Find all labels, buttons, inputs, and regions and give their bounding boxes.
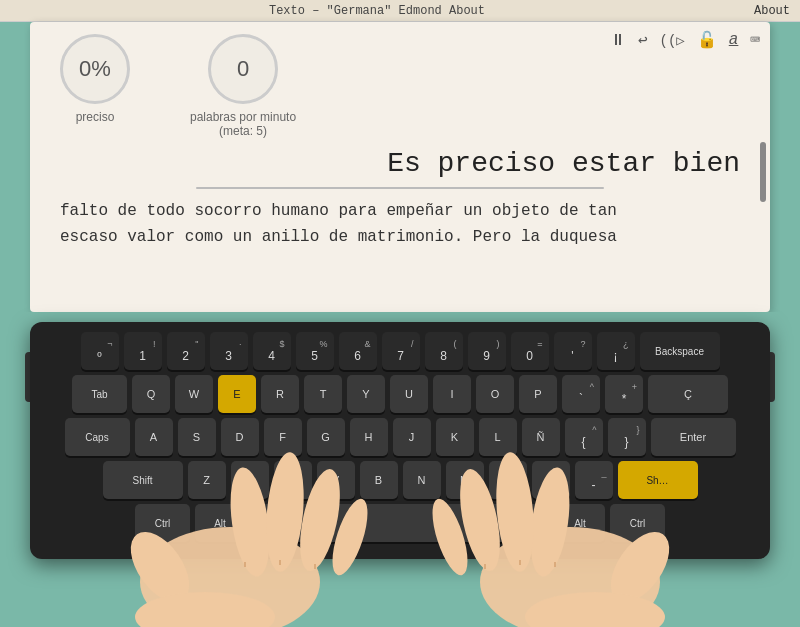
key-i[interactable]: I — [433, 375, 471, 413]
key-backtick[interactable]: ¬º — [81, 332, 119, 370]
wpm-value: 0 — [237, 56, 249, 82]
key-apostrophe[interactable]: ?' — [554, 332, 592, 370]
key-dash[interactable]: _- — [575, 461, 613, 499]
svg-point-16 — [525, 592, 665, 627]
precision-value: 0% — [79, 56, 111, 82]
key-m[interactable]: M — [446, 461, 484, 499]
main-heading: Es preciso estar bien — [60, 148, 740, 179]
scrollbar[interactable] — [760, 142, 766, 202]
about-link[interactable]: About — [754, 4, 790, 18]
keyboard-section: ¬º !1 "2 ·3 $4 %5 &6 /7 (8 )9 =0 ?' ¿¡ B… — [0, 312, 800, 627]
key-9[interactable]: )9 — [468, 332, 506, 370]
key-ctrl-left[interactable]: Ctrl — [135, 504, 190, 542]
key-y[interactable]: Y — [347, 375, 385, 413]
toolbar-icons: ⏸ ↩ ((▷ 🔓 a ⌨ — [610, 30, 760, 50]
key-x[interactable]: X — [231, 461, 269, 499]
precision-circle: 0% — [60, 34, 130, 104]
key-n[interactable]: N — [403, 461, 441, 499]
key-v[interactable]: V — [317, 461, 355, 499]
key-acute[interactable]: ^{ — [565, 418, 603, 456]
key-g[interactable]: G — [307, 418, 345, 456]
number-row: ¬º !1 "2 ·3 $4 %5 &6 /7 (8 )9 =0 ?' ¿¡ B… — [40, 332, 760, 370]
wpm-circle: 0 — [208, 34, 278, 104]
key-7[interactable]: /7 — [382, 332, 420, 370]
key-u[interactable]: U — [390, 375, 428, 413]
key-r[interactable]: R — [261, 375, 299, 413]
key-c-cedilla[interactable]: Ç — [648, 375, 728, 413]
key-3[interactable]: ·3 — [210, 332, 248, 370]
qwerty-row: Tab Q W E R T Y U I O P ^` +* Ç — [40, 375, 760, 413]
svg-point-6 — [135, 592, 275, 627]
key-d[interactable]: D — [221, 418, 259, 456]
key-exclamation[interactable]: ¿¡ — [597, 332, 635, 370]
key-5[interactable]: %5 — [296, 332, 334, 370]
underline-a-icon[interactable]: a — [729, 31, 739, 49]
key-backspace[interactable]: Backspace — [640, 332, 720, 370]
key-f[interactable]: F — [264, 418, 302, 456]
precision-label: preciso — [76, 110, 115, 124]
key-period[interactable]: :. — [532, 461, 570, 499]
key-8[interactable]: (8 — [425, 332, 463, 370]
key-shift-left[interactable]: Shift — [103, 461, 183, 499]
key-z[interactable]: Z — [188, 461, 226, 499]
key-t[interactable]: T — [304, 375, 342, 413]
key-caret[interactable]: ^` — [562, 375, 600, 413]
key-caps[interactable]: Caps — [65, 418, 130, 456]
key-2[interactable]: "2 — [167, 332, 205, 370]
key-6[interactable]: &6 — [339, 332, 377, 370]
stats-row: 0% preciso 0 palabras por minuto(meta: 5… — [30, 22, 770, 138]
keyboard-icon[interactable]: ⌨ — [750, 30, 760, 50]
document-title: Texto – "Germana" Edmond About — [0, 4, 754, 18]
precision-stat: 0% preciso — [60, 34, 130, 124]
top-bar: Texto – "Germana" Edmond About About — [0, 0, 800, 22]
key-comma[interactable]: ;, — [489, 461, 527, 499]
key-q[interactable]: Q — [132, 375, 170, 413]
key-alt-right[interactable]: Alt — [555, 504, 605, 542]
unlock-icon[interactable]: 🔓 — [697, 30, 717, 50]
key-tab[interactable]: Tab — [72, 375, 127, 413]
key-k[interactable]: K — [436, 418, 474, 456]
audio-icon[interactable]: ((▷ — [660, 32, 685, 49]
body-text: falto de todo socorro humano para empeña… — [60, 199, 740, 250]
asdf-row: Caps A S D F G H J K L Ñ ^{ }} Enter — [40, 418, 760, 456]
undo-icon[interactable]: ↩ — [638, 30, 648, 50]
wpm-label: palabras por minuto(meta: 5) — [190, 110, 296, 138]
key-p[interactable]: P — [519, 375, 557, 413]
paper-document: 0% preciso 0 palabras por minuto(meta: 5… — [30, 22, 770, 312]
keyboard: ¬º !1 "2 ·3 $4 %5 &6 /7 (8 )9 =0 ?' ¿¡ B… — [30, 322, 770, 559]
key-h[interactable]: H — [350, 418, 388, 456]
key-1[interactable]: !1 — [124, 332, 162, 370]
key-c[interactable]: C — [274, 461, 312, 499]
key-plus[interactable]: +* — [605, 375, 643, 413]
key-j[interactable]: J — [393, 418, 431, 456]
key-ctrl-right[interactable]: Ctrl — [610, 504, 665, 542]
key-e[interactable]: E — [218, 375, 256, 413]
wpm-stat: 0 palabras por minuto(meta: 5) — [190, 34, 296, 138]
key-shift-right[interactable]: Sh… — [618, 461, 698, 499]
key-4[interactable]: $4 — [253, 332, 291, 370]
divider-line — [196, 187, 604, 189]
key-s[interactable]: S — [178, 418, 216, 456]
key-a[interactable]: A — [135, 418, 173, 456]
key-o[interactable]: O — [476, 375, 514, 413]
key-b[interactable]: B — [360, 461, 398, 499]
text-area: Es preciso estar bien falto de todo soco… — [30, 148, 770, 250]
bottom-row: Ctrl Alt Alt Ctrl — [40, 504, 760, 542]
key-space[interactable] — [250, 504, 550, 542]
key-brace[interactable]: }} — [608, 418, 646, 456]
key-n-tilde[interactable]: Ñ — [522, 418, 560, 456]
key-alt-left[interactable]: Alt — [195, 504, 245, 542]
zxcv-row: Shift Z X C V B N M ;, :. _- Sh… — [40, 461, 760, 499]
pause-icon[interactable]: ⏸ — [610, 31, 626, 50]
key-l[interactable]: L — [479, 418, 517, 456]
toolbar: ⏸ ↩ ((▷ 🔓 a ⌨ — [610, 30, 760, 50]
key-enter[interactable]: Enter — [651, 418, 736, 456]
key-0[interactable]: =0 — [511, 332, 549, 370]
keyboard-wrapper: ¬º !1 "2 ·3 $4 %5 &6 /7 (8 )9 =0 ?' ¿¡ B… — [30, 322, 770, 559]
key-w[interactable]: W — [175, 375, 213, 413]
